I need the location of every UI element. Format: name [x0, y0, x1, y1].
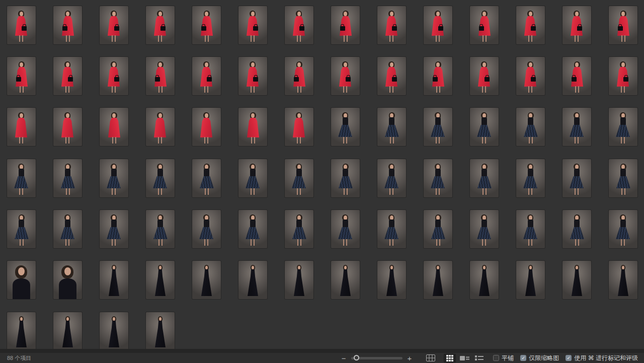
photo-thumbnail-bs[interactable] — [285, 159, 313, 197]
photo-thumbnail-rb[interactable] — [238, 57, 267, 95]
photo-thumbnail-rb[interactable] — [516, 57, 545, 95]
photo-thumbnail-r[interactable] — [192, 108, 221, 146]
photo-thumbnail-rb[interactable] — [516, 6, 545, 44]
photo-thumbnail-bs[interactable] — [285, 210, 313, 248]
photo-thumbnail-rb[interactable] — [53, 6, 82, 44]
photo-thumbnail-bg[interactable] — [100, 312, 128, 349]
photo-thumbnail-rb[interactable] — [470, 57, 499, 95]
photo-thumbnail-rb[interactable] — [562, 57, 591, 95]
photo-thumbnail-pt[interactable] — [53, 261, 82, 299]
photo-thumbnail-r[interactable] — [7, 108, 36, 146]
photo-thumbnail-r[interactable] — [53, 108, 82, 146]
photo-thumbnail-bs[interactable] — [377, 210, 406, 248]
photo-thumbnail-bs[interactable] — [146, 210, 175, 248]
photo-thumbnail-bs[interactable] — [331, 210, 360, 248]
photo-thumbnail-bs[interactable] — [53, 159, 82, 197]
photo-thumbnail-bg[interactable] — [377, 261, 406, 299]
photo-thumbnail-rb[interactable] — [238, 6, 267, 44]
photo-thumbnail-rb[interactable] — [609, 6, 637, 44]
thumbnail-size-slider[interactable] — [351, 354, 403, 361]
photo-thumbnail-bs[interactable] — [609, 108, 637, 146]
photo-thumbnail-rb[interactable] — [53, 57, 82, 95]
list-view-button[interactable] — [473, 354, 485, 362]
photo-thumbnail-bg[interactable] — [53, 312, 82, 349]
tile-checkbox[interactable]: 平铺 — [493, 354, 514, 362]
photo-thumbnail-bs[interactable] — [146, 159, 175, 197]
use-cmd-rating-checkbox-box[interactable] — [566, 355, 572, 361]
photo-thumbnail-bs[interactable] — [192, 210, 221, 248]
photo-thumbnail-rb[interactable] — [331, 57, 360, 95]
photo-thumbnail-bs[interactable] — [470, 159, 499, 197]
photo-thumbnail-rb[interactable] — [146, 6, 175, 44]
photo-thumbnail-rb[interactable] — [7, 57, 36, 95]
photo-thumbnail-bs[interactable] — [377, 108, 406, 146]
filmstrip-view-button[interactable] — [458, 354, 470, 362]
tile-checkbox-box[interactable] — [493, 355, 499, 361]
photo-thumbnail-rb[interactable] — [100, 6, 128, 44]
photo-thumbnail-rb[interactable] — [285, 57, 313, 95]
photo-thumbnail-rb[interactable] — [100, 57, 128, 95]
photo-thumbnail-rb[interactable] — [470, 6, 499, 44]
photo-thumbnail-bg[interactable] — [192, 261, 221, 299]
photo-thumbnail-bg[interactable] — [146, 261, 175, 299]
photo-thumbnail-bs[interactable] — [516, 159, 545, 197]
photo-thumbnail-bs[interactable] — [609, 210, 637, 248]
photo-thumbnail-bs[interactable] — [562, 210, 591, 248]
photo-thumbnail-bs[interactable] — [53, 210, 82, 248]
photo-thumbnail-r[interactable] — [238, 108, 267, 146]
photo-thumbnail-r[interactable] — [285, 108, 313, 146]
photo-thumbnail-bs[interactable] — [7, 210, 36, 248]
photo-thumbnail-bs[interactable] — [331, 159, 360, 197]
photo-thumbnail-bg[interactable] — [100, 261, 128, 299]
photo-thumbnail-rb[interactable] — [331, 6, 360, 44]
photo-thumbnail-bg[interactable] — [7, 312, 36, 349]
zoom-in-button[interactable]: + — [407, 354, 413, 362]
photo-thumbnail-bs[interactable] — [562, 159, 591, 197]
photo-thumbnail-rb[interactable] — [146, 57, 175, 95]
photo-thumbnail-bs[interactable] — [7, 159, 36, 197]
photo-thumbnail-bg[interactable] — [424, 261, 452, 299]
photo-thumbnail-bg[interactable] — [331, 261, 360, 299]
photo-thumbnail-bs[interactable] — [562, 108, 591, 146]
photo-thumbnail-bs[interactable] — [331, 108, 360, 146]
photo-thumbnail-bg[interactable] — [146, 312, 175, 349]
use-cmd-rating-checkbox[interactable]: 使用 ⌘ 进行标记和评级 — [566, 354, 638, 362]
grid-view-button[interactable] — [444, 354, 456, 362]
photo-thumbnail-rb[interactable] — [562, 6, 591, 44]
photo-thumbnail-bs[interactable] — [424, 159, 452, 197]
photo-thumbnail-bs[interactable] — [516, 210, 545, 248]
photo-thumbnail-pt[interactable] — [7, 261, 36, 299]
photo-thumbnail-rb[interactable] — [285, 6, 313, 44]
photo-thumbnail-r[interactable] — [146, 108, 175, 146]
photo-thumbnail-rb[interactable] — [424, 57, 452, 95]
photo-thumbnail-rb[interactable] — [377, 6, 406, 44]
photo-thumbnail-rb[interactable] — [7, 6, 36, 44]
photo-thumbnail-bs[interactable] — [470, 210, 499, 248]
photo-thumbnail-bs[interactable] — [516, 108, 545, 146]
photo-thumbnail-bg[interactable] — [609, 261, 637, 299]
thumbnails-only-checkbox[interactable]: 仅限缩略图 — [520, 354, 559, 362]
photo-thumbnail-bs[interactable] — [609, 159, 637, 197]
photo-thumbnail-bs[interactable] — [100, 210, 128, 248]
photo-thumbnail-rb[interactable] — [609, 57, 637, 95]
photo-thumbnail-rb[interactable] — [192, 6, 221, 44]
photo-thumbnail-bg[interactable] — [516, 261, 545, 299]
slider-knob[interactable] — [354, 355, 359, 360]
photo-thumbnail-rb[interactable] — [192, 57, 221, 95]
photo-thumbnail-bg[interactable] — [470, 261, 499, 299]
photo-thumbnail-bs[interactable] — [424, 108, 452, 146]
photo-thumbnail-bg[interactable] — [285, 261, 313, 299]
photo-thumbnail-bg[interactable] — [238, 261, 267, 299]
photo-thumbnail-rb[interactable] — [377, 57, 406, 95]
zoom-out-button[interactable]: − — [341, 354, 347, 362]
photo-thumbnail-bs[interactable] — [100, 159, 128, 197]
photo-thumbnail-bs[interactable] — [238, 159, 267, 197]
photo-thumbnail-bs[interactable] — [377, 159, 406, 197]
thumbnails-only-checkbox-box[interactable] — [520, 355, 526, 361]
photo-thumbnail-bs[interactable] — [238, 210, 267, 248]
photo-thumbnail-bs[interactable] — [470, 108, 499, 146]
photo-thumbnail-bs[interactable] — [192, 159, 221, 197]
table-grid-overlay-icon[interactable] — [425, 354, 437, 362]
photo-thumbnail-bs[interactable] — [424, 210, 452, 248]
photo-thumbnail-rb[interactable] — [424, 6, 452, 44]
